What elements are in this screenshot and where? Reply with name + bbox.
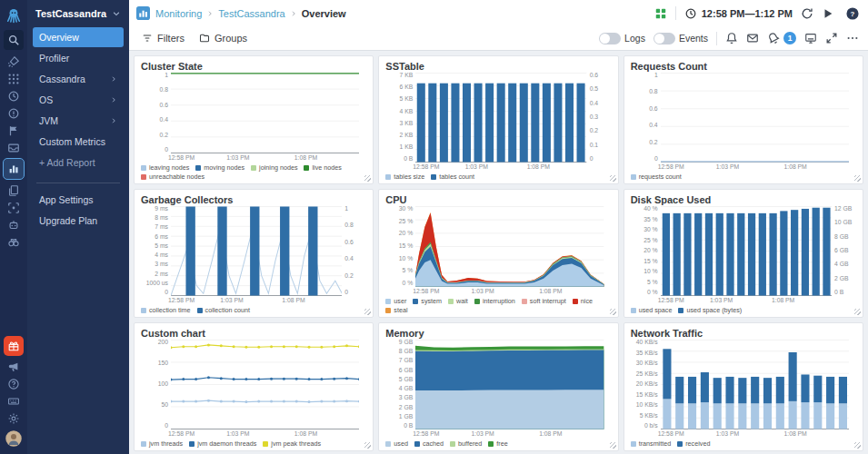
rail-charts-button[interactable] [3, 158, 25, 180]
refresh-icon[interactable] [801, 7, 813, 20]
legend-item-used-space-bytes[interactable]: used space (bytes) [678, 306, 742, 314]
chart-plot[interactable] [171, 340, 359, 429]
legend-item-tables-size[interactable]: tables size [385, 173, 424, 181]
alerts-count-badge[interactable]: 1 [783, 32, 796, 44]
resize-handle[interactable] [854, 442, 861, 449]
legend-item-tables-count[interactable]: tables count [431, 173, 474, 181]
legend-item-joining-nodes[interactable]: joining nodes [251, 163, 297, 172]
alerts-bell-icon[interactable] [767, 32, 780, 44]
rail-docs-button[interactable] [4, 183, 24, 198]
sidebar-item-overview[interactable]: Overview [33, 27, 124, 47]
more-options-icon[interactable] [846, 32, 859, 44]
legend-item-free[interactable]: free [488, 439, 507, 448]
legend-color-chip [631, 174, 636, 180]
chart-plot[interactable] [171, 73, 359, 153]
chart-plot[interactable] [661, 206, 832, 296]
app-launcher-icon[interactable] [654, 7, 667, 20]
legend-item-transmitted[interactable]: transmitted [631, 439, 672, 448]
resize-handle[interactable] [854, 175, 861, 182]
resize-handle[interactable] [610, 175, 616, 182]
chart-plot[interactable] [171, 206, 342, 296]
legend-item-system[interactable]: system [413, 297, 442, 305]
sidebar-item-add-report[interactable]: + Add Report [33, 153, 124, 173]
rail-bot-button[interactable] [4, 217, 24, 232]
legend-item-jvm-daemon-threads[interactable]: jvm daemon threads [189, 439, 256, 448]
resize-handle[interactable] [364, 309, 371, 315]
rail-help-button[interactable] [4, 376, 24, 391]
events-toggle[interactable]: Events [653, 33, 708, 44]
sidebar-item-cassandra[interactable]: Cassandra [33, 69, 124, 89]
rail-search-button[interactable] [4, 30, 24, 50]
legend-label: moving nodes [204, 163, 244, 172]
rail-keyboard-button[interactable] [4, 393, 24, 409]
breadcrumb-testcassandra[interactable]: TestCassandra [218, 8, 284, 19]
resize-handle[interactable] [610, 309, 616, 315]
rail-clock-button[interactable] [4, 88, 24, 104]
rail-avatar[interactable] [4, 428, 24, 449]
avatar-icon [5, 429, 23, 448]
resize-handle[interactable] [610, 442, 616, 449]
legend-item-nice[interactable]: nice [573, 297, 593, 305]
sidebar-item-jvm[interactable]: JVM [33, 111, 124, 131]
sidebar-item-upgrade-plan[interactable]: Upgrade Plan [33, 211, 124, 231]
legend-item-jvm-peak-threads[interactable]: jvm peak threads [263, 439, 321, 448]
x-tick: 12:58 PM [413, 430, 439, 437]
legend-item-leaving-nodes[interactable]: leaving nodes [141, 163, 189, 172]
play-icon[interactable] [822, 7, 834, 20]
rail-gear-button[interactable] [4, 410, 24, 426]
rail-apps-button[interactable] [4, 71, 24, 86]
legend-item-interruption[interactable]: interruption [474, 297, 515, 305]
resize-handle[interactable] [854, 309, 861, 315]
breadcrumb-monitoring[interactable]: Monitoring [155, 8, 202, 19]
time-range-button[interactable]: 12:58 PM—1:12 PM [684, 7, 793, 20]
legend-item-moving-nodes[interactable]: moving nodes [195, 163, 244, 172]
app-switcher[interactable]: TestCassandra [27, 0, 129, 26]
resize-handle[interactable] [364, 442, 371, 449]
help-icon[interactable]: ? [846, 7, 859, 20]
legend-item-soft-interrupt[interactable]: soft interrupt [522, 297, 566, 305]
sidebar-item-profiler[interactable]: Profiler [33, 48, 124, 68]
rail-inbox-button[interactable] [4, 140, 24, 155]
rail-binoculars-button[interactable] [4, 234, 24, 250]
sidebar-item-custom-metrics[interactable]: Custom Metrics [33, 132, 124, 152]
search-icon [7, 34, 20, 46]
filters-button[interactable]: Filters [136, 31, 190, 45]
chart-plot[interactable] [415, 206, 604, 287]
sidebar-item-app-settings[interactable]: App Settings [33, 190, 124, 210]
logs-toggle[interactable]: Logs [599, 33, 645, 44]
legend-color-chip [385, 174, 391, 180]
legend-item-jvm-threads[interactable]: jvm threads [141, 439, 183, 448]
fullscreen-icon[interactable] [825, 32, 838, 44]
legend-item-buffered[interactable]: buffered [450, 439, 482, 448]
rail-flag-button[interactable] [4, 123, 24, 138]
legend-item-unreachable-nodes[interactable]: unreachable nodes [141, 173, 205, 181]
chart-plot[interactable] [661, 73, 849, 163]
legend-item-steal[interactable]: steal [385, 306, 407, 314]
envelope-icon[interactable] [746, 32, 759, 44]
monitor-icon[interactable] [804, 32, 817, 44]
legend-item-collection-time[interactable]: collection time [141, 306, 191, 314]
legend-item-user[interactable]: user [385, 297, 406, 305]
rail-alert-circle-button[interactable] [4, 105, 24, 121]
rail-scan-button[interactable] [4, 200, 24, 215]
chart-plot[interactable] [415, 73, 586, 163]
resize-handle[interactable] [364, 175, 371, 182]
rail-logo[interactable] [4, 5, 24, 26]
legend-item-received[interactable]: received [677, 439, 710, 448]
legend-item-collection-count[interactable]: collection count [197, 306, 251, 314]
rail-rocket-button[interactable] [4, 54, 24, 69]
legend-item-wait[interactable]: wait [448, 297, 468, 305]
chart-plot[interactable] [415, 340, 604, 429]
legend-item-requests-count[interactable]: requests count [631, 173, 682, 181]
groups-button[interactable]: Groups [194, 31, 253, 45]
bell-icon[interactable] [725, 32, 738, 44]
legend-item-used-space[interactable]: used space [631, 306, 673, 314]
legend-item-used[interactable]: used [385, 439, 408, 448]
legend-item-cached[interactable]: cached [414, 439, 444, 448]
rail-gift-button[interactable] [4, 336, 24, 356]
chart-plot[interactable] [661, 340, 849, 429]
legend-item-live-nodes[interactable]: live nodes [304, 163, 341, 172]
x-axis-labels: 12:58 PM1:03 PM1:08 PM [168, 429, 362, 439]
rail-megaphone-button[interactable] [4, 359, 24, 374]
sidebar-item-os[interactable]: OS [33, 90, 124, 110]
